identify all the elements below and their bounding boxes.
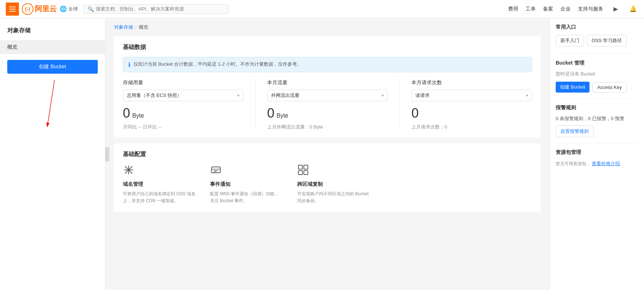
top-navigation: (-) 阿里云 🌐 全球 🔍 费用 工单 备案 企业 支持与服务 ▶ 🔔 [0, 0, 644, 18]
resource-link[interactable]: 查看价格介绍 [592, 161, 620, 166]
config-item-event[interactable]: 事件通知 配置 MNS 事件通知（回调）功能，关注 Bucket 事件。 [210, 164, 283, 204]
stat-storage-label: 存储用量 [123, 79, 243, 86]
basic-data-title: 基础数据 [123, 44, 532, 51]
nav-cost[interactable]: 费用 [508, 6, 518, 12]
stat-traffic-label: 本月流量 [267, 79, 388, 86]
config-domain-title: 域名管理 [123, 181, 143, 188]
alert-text: 0 条报警规则，0 已报警，0 预警 [556, 115, 638, 122]
event-icon [210, 164, 222, 178]
stat-storage: 存储用量 总用量（不含 ECS 快照） ▾ 0 Byte 月同比 -- 日环比 … [123, 79, 243, 130]
nav-beian[interactable]: 备案 [543, 6, 553, 12]
global-label: 全球 [68, 6, 78, 12]
stat-requests-dropdown-value: 读请求 [415, 92, 430, 99]
config-domain-desc: 可将用户自己的域名绑定到 OSS 域名上，并支持 CDN 一键加速。 [123, 191, 196, 204]
config-item-replication[interactable]: 跨区域复制 可实现账户内不同区域之间的 Bucket 同步备份。 [297, 164, 370, 204]
search-icon: 🔍 [88, 6, 94, 12]
hamburger-menu-button[interactable] [6, 3, 19, 16]
no-bucket-text: 暂时还没有 Bucket [556, 71, 638, 77]
info-icon: ℹ [128, 61, 130, 68]
stat-requests-comparison: 上月请求次数：0 [411, 124, 532, 130]
annotation-arrow [36, 76, 80, 143]
stat-traffic-unit: Byte [277, 113, 288, 119]
sidebar-item-overview[interactable]: 概览 [0, 40, 105, 54]
terminal-icon-button[interactable]: ▶ [611, 4, 621, 14]
svg-rect-10 [298, 165, 302, 169]
search-input[interactable] [96, 6, 225, 12]
logo-icon: (-) [22, 3, 33, 15]
stat-requests: 本月请求次数 读请求 ▾ 0 上月请求次数：0 [411, 79, 532, 130]
basic-config-card: 基础配置 域名管理 可将用户自己的域名绑定到 OSS 域名上，并支持 CDN 一… [114, 143, 541, 212]
svg-rect-13 [304, 171, 308, 175]
config-replication-desc: 可实现账户内不同区域之间的 Bucket 同步备份。 [297, 191, 370, 204]
stat-divider-1 [255, 79, 255, 130]
stat-storage-unit: Byte [132, 113, 144, 119]
sidebar-collapse-button[interactable]: ‹ [105, 147, 109, 162]
resource-desc: 暂无可用资源包， 查看价格介绍 [556, 160, 638, 168]
access-key-button[interactable]: Access Key [592, 82, 627, 93]
main-content: 对象存储 / 概览 基础数据 ℹ 仅统计当前 Bucket 合计数据，平均延迟 … [105, 18, 550, 290]
svg-rect-11 [304, 165, 308, 169]
nav-support[interactable]: 支持与服务 [578, 6, 603, 12]
basic-data-card: 基础数据 ℹ 仅统计当前 Bucket 合计数据，平均延迟 1-2 小时。不作为… [114, 36, 541, 138]
stat-traffic-dropdown-value: 外网流出流量 [271, 92, 299, 99]
svg-rect-12 [298, 171, 302, 175]
quick-entry-title: 常用入口 [556, 24, 638, 30]
sidebar-title: 对象存储 [0, 24, 105, 40]
search-bar[interactable]: 🔍 [84, 4, 229, 14]
create-bucket-button-right[interactable]: 创建 Bucket [556, 82, 589, 93]
stat-requests-dropdown[interactable]: 读请求 ▾ [411, 90, 532, 101]
quick-entry-oss-path[interactable]: OSS 学习路径 [587, 35, 627, 46]
stat-requests-label: 本月请求次数 [411, 79, 532, 86]
nav-enterprise[interactable]: 企业 [560, 6, 571, 12]
nav-right-area: 费用 工单 备案 企业 支持与服务 ▶ 🔔 [508, 4, 638, 14]
config-replication-title: 跨区域复制 [297, 181, 323, 188]
logo-area: (-) 阿里云 🌐 全球 [6, 3, 78, 16]
breadcrumb-current: 概览 [139, 24, 148, 30]
nav-workorder[interactable]: 工单 [526, 6, 536, 12]
config-grid: 域名管理 可将用户自己的域名绑定到 OSS 域名上，并支持 CDN 一键加速。 … [123, 164, 532, 204]
config-item-domain[interactable]: 域名管理 可将用户自己的域名绑定到 OSS 域名上，并支持 CDN 一键加速。 [123, 164, 196, 204]
right-divider-1 [556, 54, 638, 54]
alert-title: 报警规则 [556, 105, 638, 111]
domain-icon [123, 164, 134, 178]
main-layout: 对象存储 概览 创建 Bucket ‹ 对象存储 / 概览 [0, 18, 644, 290]
stat-storage-value: 0 Byte [123, 106, 243, 121]
stat-traffic-value: 0 Byte [267, 106, 388, 121]
sidebar: 对象存储 概览 创建 Bucket ‹ [0, 18, 105, 290]
info-banner-text: 仅统计当前 Bucket 合计数据，平均延迟 1-2 小时。不作为计量数据，仅作… [133, 61, 302, 68]
info-banner: ℹ 仅统计当前 Bucket 合计数据，平均延迟 1-2 小时。不作为计量数据，… [123, 57, 532, 72]
breadcrumb: 对象存储 / 概览 [114, 24, 541, 30]
stat-divider-2 [399, 79, 400, 130]
stat-traffic: 本月流量 外网流出流量 ▾ 0 Byte 上月外网流出流量：0 Byte [267, 79, 388, 130]
bucket-mgmt-title: Bucket 管理 [556, 60, 638, 66]
right-divider-3 [556, 143, 638, 143]
chevron-down-icon-2: ▾ [382, 93, 384, 98]
set-alert-button[interactable]: 设置报警规则 [556, 126, 593, 137]
config-event-title: 事件通知 [210, 181, 230, 188]
chevron-left-icon: ‹ [106, 152, 108, 156]
quick-entry-grid: 新手入门 OSS 学习路径 [556, 35, 638, 46]
right-divider-2 [556, 98, 638, 99]
stat-requests-value: 0 [411, 106, 532, 121]
quick-entry-newbie[interactable]: 新手入门 [556, 35, 584, 46]
basic-config-title: 基础配置 [123, 151, 532, 158]
stat-traffic-comparison: 上月外网流出流量：0 Byte [267, 124, 388, 130]
sidebar-create-bucket-button[interactable]: 创建 Bucket [7, 60, 98, 74]
stat-storage-comparison: 月同比 -- 日环比 -- [123, 124, 243, 130]
logo-text-label: 阿里云 [35, 4, 57, 14]
aliyun-logo: (-) 阿里云 [22, 3, 57, 15]
breadcrumb-parent-link[interactable]: 对象存储 [114, 24, 133, 30]
stat-storage-dropdown[interactable]: 总用量（不含 ECS 快照） ▾ [123, 90, 243, 101]
global-region-selector[interactable]: 🌐 全球 [60, 5, 78, 12]
stats-row: 存储用量 总用量（不含 ECS 快照） ▾ 0 Byte 月同比 -- 日环比 … [123, 79, 532, 130]
config-event-desc: 配置 MNS 事件通知（回调）功能，关注 Bucket 事件。 [210, 191, 283, 204]
globe-icon: 🌐 [60, 5, 67, 12]
chevron-down-icon: ▾ [237, 93, 240, 98]
bucket-mgmt-actions: 创建 Bucket Access Key [556, 82, 638, 93]
breadcrumb-separator: / [135, 25, 137, 30]
stat-storage-dropdown-value: 总用量（不含 ECS 快照） [127, 92, 182, 99]
stat-traffic-dropdown[interactable]: 外网流出流量 ▾ [267, 90, 388, 101]
replication-icon [297, 164, 309, 178]
notification-bell-button[interactable]: 🔔 [628, 4, 638, 14]
chevron-down-icon-3: ▾ [526, 93, 528, 98]
